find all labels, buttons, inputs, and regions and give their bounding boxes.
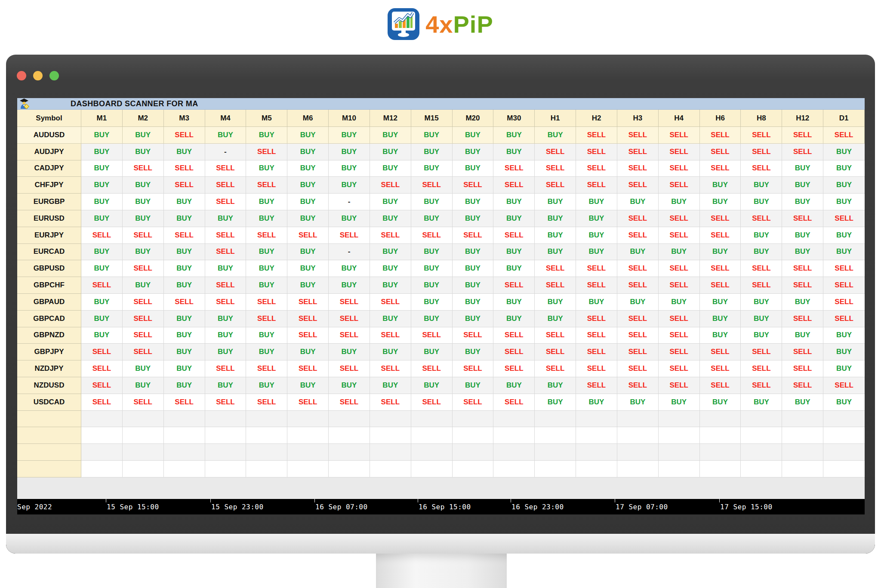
signal-cell: BUY xyxy=(493,194,535,210)
expert-advisor-icon xyxy=(19,98,29,109)
close-button[interactable] xyxy=(17,71,26,80)
signal-cell: SELL xyxy=(659,127,700,144)
signal-cell: BUY xyxy=(411,210,453,227)
signal-cell: BUY xyxy=(164,210,205,227)
signal-cell: BUY xyxy=(782,294,823,311)
signal-cell: BUY xyxy=(411,127,453,144)
signal-cell: SELL xyxy=(287,227,329,244)
signal-cell: SELL xyxy=(453,327,494,344)
signal-cell: BUY xyxy=(246,327,287,344)
signal-cell-empty xyxy=(535,444,576,461)
timeframe-header-m6: M6 xyxy=(287,110,329,127)
signal-cell: SELL xyxy=(370,327,411,344)
signal-cell: BUY xyxy=(700,244,741,261)
signal-cell: SELL xyxy=(659,227,700,244)
signal-cell: SELL xyxy=(164,294,205,311)
timeframe-header-m30: M30 xyxy=(493,110,535,127)
symbol-cell: AUDJPY xyxy=(17,144,81,160)
signal-cell: BUY xyxy=(123,277,164,294)
signal-cell: SELL xyxy=(617,177,659,194)
signal-cell: BUY xyxy=(287,277,329,294)
signal-cell: SELL xyxy=(741,210,782,227)
page-title: DASHBOARD SCANNER FOR MA xyxy=(71,99,198,108)
signal-cell-empty xyxy=(782,461,823,477)
signal-cell: BUY xyxy=(246,160,287,177)
symbol-cell: GBPUSD xyxy=(17,260,81,277)
signal-cell: SELL xyxy=(329,227,370,244)
signal-cell: SELL xyxy=(287,360,329,377)
signal-cell: BUY xyxy=(741,227,782,244)
timeframe-header-m2: M2 xyxy=(123,110,164,127)
signal-cell: BUY xyxy=(287,210,329,227)
table-row-chfjpy: CHFJPYBUYBUYSELLSELLSELLBUYBUYSELLSELLSE… xyxy=(17,177,865,194)
signal-cell: BUY xyxy=(741,294,782,311)
signal-cell-empty xyxy=(659,427,700,444)
signal-cell: BUY xyxy=(370,344,411,360)
signal-cell: BUY xyxy=(576,227,617,244)
table-row-eurcad: EURCADBUYBUYBUYSELLBUYBUY-BUYBUYBUYBUYBU… xyxy=(17,244,865,261)
signal-cell: BUY xyxy=(782,244,823,261)
signal-cell-empty xyxy=(329,427,370,444)
signal-cell: SELL xyxy=(700,344,741,360)
signal-cell: BUY xyxy=(493,144,535,160)
signal-cell-empty xyxy=(576,444,617,461)
signal-cell: BUY xyxy=(741,311,782,327)
signal-cell: BUY xyxy=(246,210,287,227)
signal-cell-empty xyxy=(81,427,123,444)
signal-cell: SELL xyxy=(741,344,782,360)
signal-cell-empty xyxy=(287,444,329,461)
signal-cell: BUY xyxy=(741,177,782,194)
signal-cell: SELL xyxy=(287,394,329,411)
signal-cell: SELL xyxy=(205,294,246,311)
signal-cell: SELL xyxy=(823,210,865,227)
signal-cell: BUY xyxy=(329,277,370,294)
table-row-nzdusd: NZDUSDSELLBUYBUYBUYBUYBUYBUYBUYBUYBUYBUY… xyxy=(17,377,865,394)
signal-cell: SELL xyxy=(617,377,659,394)
signal-cell: SELL xyxy=(617,210,659,227)
signal-cell-empty xyxy=(205,427,246,444)
signal-cell: SELL xyxy=(617,277,659,294)
signal-cell: BUY xyxy=(370,144,411,160)
axis-tick xyxy=(106,499,106,502)
table-row-gbpjpy: GBPJPYSELLSELLBUYBUYBUYBUYBUYBUYBUYBUYSE… xyxy=(17,344,865,360)
signal-cell: SELL xyxy=(246,311,287,327)
table-row-eurusd: EURUSDBUYBUYBUYBUYBUYBUYBUYBUYBUYBUYBUYB… xyxy=(17,210,865,227)
table-row-usdcad: USDCADSELLSELLSELLSELLSELLSELLSELLSELLSE… xyxy=(17,394,865,411)
signal-cell-empty xyxy=(329,411,370,428)
signal-cell: BUY xyxy=(411,244,453,261)
signal-cell: SELL xyxy=(741,144,782,160)
timeframe-header-h6: H6 xyxy=(700,110,741,127)
signal-cell-empty xyxy=(246,444,287,461)
signal-cell: BUY xyxy=(81,327,123,344)
signal-cell: BUY xyxy=(246,377,287,394)
signal-cell-empty xyxy=(535,427,576,444)
signal-cell: BUY xyxy=(741,394,782,411)
signal-cell: BUY xyxy=(493,127,535,144)
signal-cell: BUY xyxy=(535,294,576,311)
signal-cell: SELL xyxy=(535,177,576,194)
signal-cell: BUY xyxy=(287,160,329,177)
table-row-gbpcad: GBPCADBUYSELLBUYBUYSELLSELLSELLBUYBUYBUY… xyxy=(17,311,865,327)
signal-cell-empty xyxy=(205,411,246,428)
signal-cell: BUY xyxy=(329,177,370,194)
signal-cell: BUY xyxy=(493,377,535,394)
signal-cell-empty xyxy=(576,461,617,477)
signal-cell: SELL xyxy=(123,327,164,344)
zoom-button[interactable] xyxy=(49,71,59,80)
signal-cell: SELL xyxy=(287,327,329,344)
signal-cell: BUY xyxy=(81,177,123,194)
signal-cell: SELL xyxy=(205,227,246,244)
signal-cell-empty xyxy=(576,427,617,444)
minimize-button[interactable] xyxy=(33,71,43,80)
time-axis[interactable]: Sep 202215 Sep 15:0015 Sep 23:0016 Sep 0… xyxy=(17,499,865,514)
signal-cell: SELL xyxy=(700,377,741,394)
signal-cell: BUY xyxy=(123,194,164,210)
signal-cell: SELL xyxy=(453,360,494,377)
signal-cell-empty xyxy=(411,411,453,428)
signal-cell: SELL xyxy=(576,344,617,360)
table-row-audusd: AUDUSDBUYBUYSELLBUYBUYBUYBUYBUYBUYBUYBUY… xyxy=(17,127,865,144)
signal-cell: BUY xyxy=(535,194,576,210)
signal-cell: SELL xyxy=(659,177,700,194)
signal-cell: BUY xyxy=(782,177,823,194)
signal-cell-empty xyxy=(659,411,700,428)
